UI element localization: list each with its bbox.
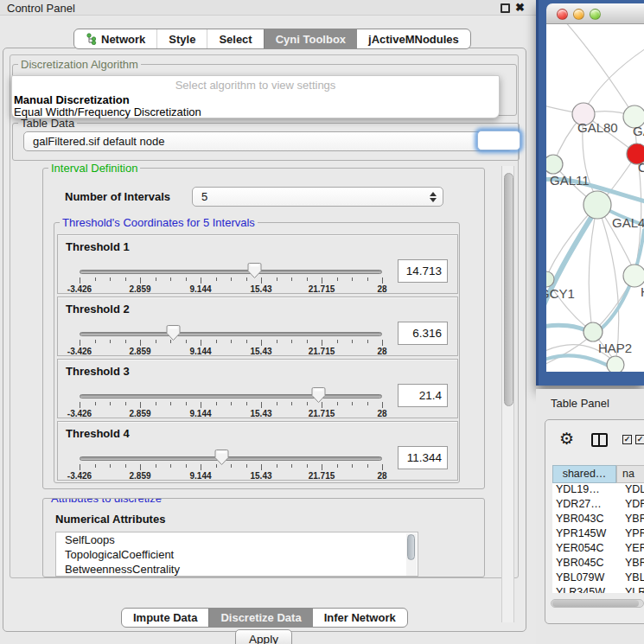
cell-name: YBL0 — [616, 571, 644, 586]
threshold-slider-thumb[interactable] — [247, 262, 262, 279]
table-row[interactable]: YBL079WYBL0 — [552, 571, 644, 586]
tick-mark — [231, 340, 232, 343]
attributes-scrollbar[interactable] — [406, 533, 417, 577]
tab-label: Infer Network — [324, 611, 396, 624]
tick-mark — [216, 340, 217, 343]
threshold-value-field[interactable] — [398, 322, 448, 345]
tick-mark — [186, 464, 187, 468]
tab-impute-data[interactable]: Impute Data — [122, 609, 208, 627]
table-row[interactable]: YPR145WYPR1 — [552, 527, 644, 542]
network-node[interactable] — [546, 155, 563, 174]
network-edge[interactable] — [546, 337, 590, 368]
column-header-name[interactable]: na — [616, 465, 644, 483]
tab-label: Impute Data — [133, 611, 197, 624]
close-icon[interactable]: ✖ — [515, 1, 525, 14]
network-node[interactable] — [583, 191, 611, 219]
threshold-slider-track[interactable] — [80, 456, 382, 461]
minimize-traffic-light[interactable] — [573, 9, 584, 20]
tab-label: Style — [169, 33, 195, 46]
tab-select[interactable]: Select — [207, 29, 263, 48]
zoom-traffic-light[interactable] — [590, 9, 601, 20]
tick-mark — [307, 277, 308, 281]
table-row[interactable]: YBR045CYBR0 — [552, 557, 644, 571]
cell-name: YER0 — [616, 542, 644, 557]
attributes-scrollbar-thumb[interactable] — [407, 534, 415, 560]
algorithm-option[interactable]: Manual Discretization — [14, 93, 130, 106]
network-node[interactable] — [607, 356, 624, 372]
close-traffic-light[interactable] — [557, 9, 568, 20]
tick-label: 28 — [377, 284, 386, 294]
threshold-label: Threshold 3 — [66, 365, 130, 378]
attributes-listbox[interactable]: SelfLoopsTopologicalCoefficientBetweenne… — [55, 532, 418, 577]
threshold-slider-track[interactable] — [80, 394, 382, 399]
network-window-titlebar[interactable] — [546, 3, 644, 24]
network-canvas[interactable]: GAL80GACGAL11GAL4GCY1HHAP2 — [546, 24, 644, 372]
tab-discretize-data[interactable]: Discretize Data — [208, 609, 312, 627]
threshold-slider-thumb[interactable] — [311, 386, 326, 404]
settings-scrollbar-thumb[interactable] — [504, 173, 513, 406]
node-label: GAL11 — [550, 173, 590, 188]
tick-mark — [80, 277, 80, 284]
columns-icon[interactable] — [591, 433, 608, 447]
threshold-slider-track[interactable] — [80, 332, 382, 336]
gear-icon[interactable]: ⚙ — [559, 429, 574, 449]
tick-mark — [140, 277, 141, 284]
algorithm-option[interactable]: Equal Width/Frequency Discretization — [14, 105, 201, 118]
checkbox-icon[interactable]: ✓ — [635, 435, 644, 444]
tick-mark — [156, 277, 156, 281]
tab-cyni-toolbox[interactable]: Cyni Toolbox — [264, 29, 357, 48]
tick-mark — [261, 464, 262, 470]
network-edge[interactable] — [564, 24, 634, 117]
float-window-icon[interactable] — [501, 3, 510, 13]
tick-mark — [246, 340, 247, 343]
tab-infer-network[interactable]: Infer Network — [313, 609, 407, 627]
tab-style[interactable]: Style — [156, 29, 207, 48]
threshold-slider-thumb[interactable] — [214, 449, 229, 466]
threshold-value-field[interactable] — [398, 384, 448, 407]
cell-name: YDR2 — [616, 498, 644, 513]
tab-jactivemnodules[interactable]: jActiveMNodules — [357, 29, 470, 48]
threshold-value-field[interactable] — [398, 259, 448, 283]
table-row[interactable]: YBR043CYBR0 — [552, 513, 644, 527]
column-header-shared-name[interactable]: shared… — [552, 465, 616, 483]
control-panel: Control Panel ✖ Discretization Algorithm… — [0, 0, 529, 644]
network-edge[interactable] — [588, 47, 644, 105]
attribute-item[interactable]: SelfLoops — [56, 532, 418, 547]
tick-label: -3.426 — [67, 471, 92, 481]
node-label: GA — [633, 124, 644, 138]
table-row[interactable]: YLR345WYLR3 — [552, 586, 644, 593]
table-row[interactable]: YDL19…YDL1 — [552, 483, 644, 498]
threshold-slider-thumb[interactable] — [166, 324, 181, 341]
checkbox-icon[interactable]: ✓ — [622, 435, 632, 444]
num-intervals-value: 5 — [201, 190, 207, 203]
cell-name: YBR0 — [616, 513, 644, 527]
algorithm-combobox[interactable] — [477, 131, 520, 150]
table-h-scrollbar-thumb[interactable] — [552, 600, 639, 607]
tab-label: Select — [219, 33, 252, 46]
attributes-items: SelfLoopsTopologicalCoefficientBetweenne… — [56, 532, 418, 577]
table-row[interactable]: YER054CYER0 — [552, 542, 644, 557]
thresholds-group: Threshold's Coordinates for 5 Intervals … — [54, 222, 460, 483]
table-row[interactable]: YDR27…YDR2 — [552, 498, 644, 513]
threshold-slider-track[interactable] — [80, 270, 382, 274]
table-data-combobox[interactable]: galFiltered.sif default node — [23, 131, 513, 151]
cell-shared-name: YER054C — [552, 542, 616, 557]
table-rows: YDL19…YDL1YDR27…YDR2YBR043CYBR0YPR145WYP… — [552, 483, 644, 593]
network-edge-highlighted[interactable] — [546, 355, 644, 372]
table-data-group: Table Data galFiltered.sif default node — [12, 123, 520, 161]
attribute-item[interactable]: BetweennessCentrality — [56, 562, 418, 577]
threshold-panel: Threshold 2-3.4262.8599.14415.4321.71528 — [57, 296, 458, 356]
num-intervals-combobox[interactable]: 5 — [192, 187, 443, 207]
threshold-value-field[interactable] — [398, 446, 448, 469]
tab-network[interactable]: Network — [74, 29, 156, 48]
settings-scrollbar[interactable] — [501, 166, 514, 622]
tick-mark — [216, 277, 217, 281]
cell-name: YLR3 — [616, 586, 644, 593]
algorithm-group-title: Discretization Algorithm — [18, 58, 141, 71]
table-h-scrollbar[interactable] — [551, 599, 644, 608]
tab-label: Discretize Data — [220, 611, 301, 624]
tick-label: 15.43 — [250, 284, 271, 294]
network-node[interactable] — [583, 322, 603, 341]
apply-button[interactable]: Apply — [235, 629, 292, 644]
attribute-item[interactable]: TopologicalCoefficient — [56, 547, 418, 562]
